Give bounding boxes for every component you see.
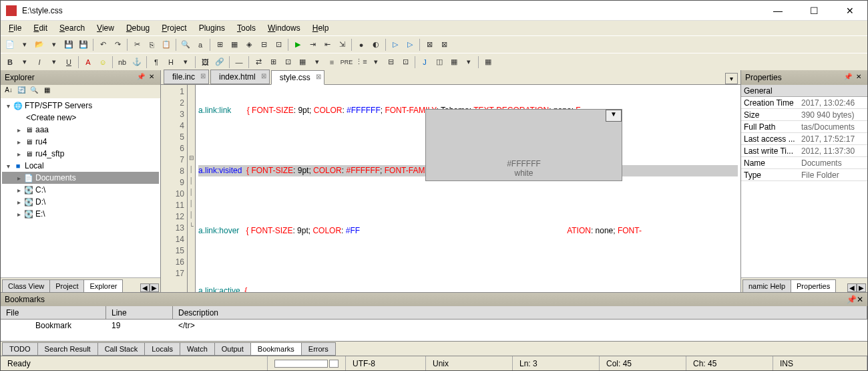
col-desc[interactable]: Description <box>173 306 867 319</box>
tab-output[interactable]: Output <box>214 342 251 356</box>
replace-icon[interactable]: a <box>194 38 207 51</box>
tab-watch[interactable]: Watch <box>180 342 215 356</box>
tree-documents[interactable]: ▸📄Documents <box>2 172 159 184</box>
btn-icon[interactable]: ⊞ <box>266 55 280 69</box>
tab-call-stack[interactable]: Call Stack <box>97 342 146 356</box>
close-icon[interactable]: ✕ <box>147 73 156 82</box>
btn-icon[interactable]: ⊡ <box>272 38 285 51</box>
tab-index-html[interactable]: index.html⊠ <box>210 70 270 84</box>
menu-windows[interactable]: Windows <box>262 22 306 34</box>
cut-icon[interactable]: ✂ <box>130 38 144 51</box>
btn-icon[interactable]: ⊡ <box>281 55 294 69</box>
btn-icon[interactable]: ⊟ <box>384 55 397 69</box>
close-icon[interactable]: ✕ <box>854 73 863 82</box>
bookmark-row[interactable]: Bookmark 19 </tr> <box>1 320 867 332</box>
paste-icon[interactable]: 📋 <box>160 38 173 51</box>
tab-project[interactable]: Project <box>49 279 84 292</box>
close-file-icon[interactable]: ⊠ <box>437 38 451 51</box>
tab-errors[interactable]: Errors <box>301 342 336 356</box>
link-icon[interactable]: 🔗 <box>213 55 226 69</box>
col-line[interactable]: Line <box>106 306 173 319</box>
para-icon[interactable]: ¶ <box>150 55 163 69</box>
btn-icon[interactable]: ▦ <box>41 86 52 97</box>
btn-icon[interactable]: ▦ <box>447 55 461 69</box>
minimize-button[interactable]: — <box>766 3 790 19</box>
tree-server-item[interactable]: ▸🖥ru4 <box>2 136 159 148</box>
step-icon[interactable]: ⇥ <box>306 38 319 51</box>
menu-project[interactable]: Project <box>156 22 192 34</box>
dropdown-icon[interactable]: ▾ <box>310 55 324 69</box>
pin-icon[interactable]: 📌 <box>136 73 146 82</box>
close-icon[interactable]: ✕ <box>857 295 863 304</box>
dropdown-icon[interactable]: ▾ <box>47 55 61 69</box>
tree-create-new[interactable]: <Create new> <box>2 112 159 124</box>
menu-view[interactable]: View <box>91 22 120 34</box>
dropdown-icon[interactable]: ▾ <box>47 38 61 51</box>
menu-help[interactable]: Help <box>307 22 335 34</box>
dropdown-icon[interactable]: ▾ <box>462 55 475 69</box>
new-icon[interactable]: 📄 <box>3 38 17 51</box>
tree-server-item[interactable]: ▸🖥aaa <box>2 124 159 136</box>
step-icon[interactable]: ⇤ <box>320 38 334 51</box>
col-file[interactable]: File <box>1 306 106 319</box>
play-icon[interactable]: ▷ <box>403 38 417 51</box>
code-editor[interactable]: 1234567891011121314151617 ⊟│││││└ a.link… <box>161 85 740 292</box>
btn-icon[interactable]: ◈ <box>242 38 256 51</box>
image-icon[interactable]: 🖼 <box>198 55 212 69</box>
nav-right-icon[interactable]: ▶ <box>857 283 866 292</box>
btn-icon[interactable]: ▦ <box>228 38 241 51</box>
tree-local[interactable]: ▾■Local <box>2 160 159 172</box>
tree-server-item[interactable]: ▸🖥ru4_sftp <box>2 148 159 160</box>
underline-icon[interactable]: U <box>62 55 75 69</box>
tab-todo[interactable]: TODO <box>2 342 38 356</box>
nav-left-icon[interactable]: ◀ <box>847 283 857 292</box>
tab-classview[interactable]: Class View <box>2 279 50 292</box>
tab-search-result[interactable]: Search Result <box>37 342 98 356</box>
tab-style-css[interactable]: style.css⊠ <box>271 70 324 85</box>
pin-icon[interactable]: 📌 <box>843 73 853 82</box>
btn-icon[interactable]: ⊟ <box>257 38 270 51</box>
tree-drive[interactable]: ▸💽D:\ <box>2 196 159 208</box>
btn-icon[interactable]: ▦ <box>481 55 495 69</box>
status-encoding[interactable]: UTF-8 <box>346 356 426 370</box>
fold-column[interactable]: ⊟│││││└ <box>188 85 196 292</box>
heading-icon[interactable]: H <box>164 55 178 69</box>
list-icon[interactable]: ⋮≡ <box>355 55 368 69</box>
nbsp-icon[interactable]: nb <box>116 55 129 69</box>
dropdown-icon[interactable]: ▾ <box>369 55 383 69</box>
open-icon[interactable]: 📂 <box>33 38 46 51</box>
tree-drive[interactable]: ▸💽C:\ <box>2 184 159 196</box>
pre-icon[interactable]: PRE <box>340 55 353 69</box>
btn-icon[interactable]: ≡ <box>325 55 339 69</box>
nav-right-icon[interactable]: ▶ <box>150 283 159 292</box>
status-eol[interactable]: Unix <box>426 356 513 370</box>
anchor-icon[interactable]: ⚓ <box>130 55 144 69</box>
hr-icon[interactable]: — <box>232 55 246 69</box>
refresh-icon[interactable]: 🔄 <box>16 86 27 97</box>
play-icon[interactable]: ▷ <box>389 38 402 51</box>
status-ins[interactable]: INS <box>773 356 867 370</box>
find-icon[interactable]: 🔍 <box>179 38 192 51</box>
menu-edit[interactable]: Edit <box>28 22 53 34</box>
close-icon[interactable]: ⊠ <box>261 72 266 80</box>
close-file-icon[interactable]: ⊠ <box>423 38 436 51</box>
tree-servers[interactable]: ▾🌐FTP/SFTP Servers <box>2 100 159 112</box>
btn-icon[interactable]: ▦ <box>296 55 309 69</box>
btn-icon[interactable]: ● <box>355 38 368 51</box>
undo-icon[interactable]: ↶ <box>96 38 110 51</box>
tab-dynamic-help[interactable]: namic Help <box>742 279 791 292</box>
tab-properties[interactable]: Properties <box>791 279 836 292</box>
js-icon[interactable]: J <box>418 55 431 69</box>
btn-icon[interactable]: ⊞ <box>213 38 226 51</box>
dropdown-icon[interactable]: ▾ <box>179 55 192 69</box>
bold-icon[interactable]: B <box>3 55 17 69</box>
btn-icon[interactable]: ⊡ <box>399 55 412 69</box>
tab-bookmarks[interactable]: Bookmarks <box>250 342 302 356</box>
copy-icon[interactable]: ⎘ <box>145 38 158 51</box>
tree-drive[interactable]: ▸💽E:\ <box>2 208 159 220</box>
dropdown-icon[interactable]: ▾ <box>18 38 31 51</box>
sort-icon[interactable]: A↓ <box>3 86 14 97</box>
saveall-icon[interactable]: 💾 <box>77 38 90 51</box>
close-icon[interactable]: ⊠ <box>200 72 206 80</box>
italic-icon[interactable]: I <box>33 55 46 69</box>
